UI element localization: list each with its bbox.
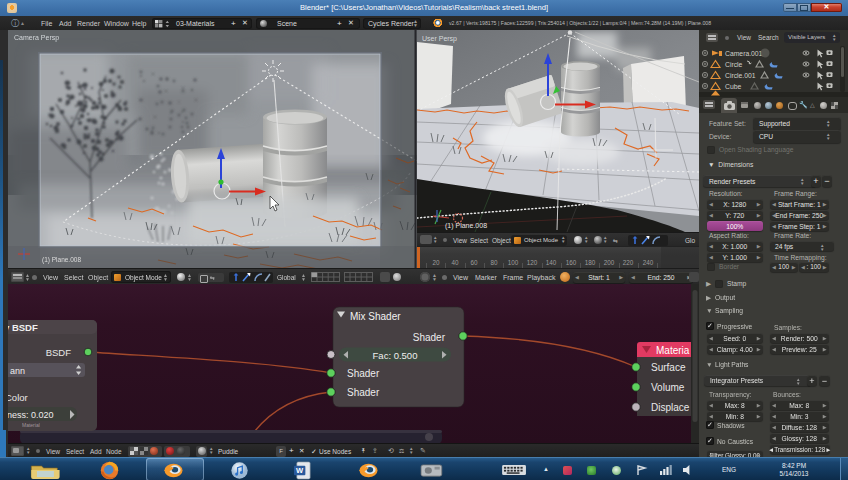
svg-text:20: 20 — [432, 259, 440, 266]
svg-text:180: 180 — [585, 259, 596, 266]
svg-text:(1) Plane.008: (1) Plane.008 — [42, 256, 81, 264]
svg-text:80: 80 — [490, 259, 498, 266]
svg-text:Shader: Shader — [413, 332, 446, 343]
svg-text:(1) Plane.008: (1) Plane.008 — [445, 222, 487, 230]
svg-text:Color: Color — [8, 392, 28, 403]
svg-text:ann: ann — [10, 366, 25, 376]
svg-text:Surface: Surface — [651, 362, 686, 373]
svg-text:Material: Material — [22, 422, 40, 428]
svg-text:Camera Persp: Camera Persp — [14, 34, 59, 42]
svg-text:Circle.001: Circle.001 — [725, 72, 756, 79]
svg-text:hness: 0.020: hness: 0.020 — [8, 410, 54, 420]
svg-text:140: 140 — [546, 259, 557, 266]
svg-text:Circle: Circle — [725, 61, 743, 68]
svg-text:Displace: Displace — [651, 402, 690, 413]
svg-text:W: W — [296, 466, 304, 475]
svg-text:Fac: 0.500: Fac: 0.500 — [373, 350, 418, 361]
svg-text:240: 240 — [643, 259, 654, 266]
svg-text:100: 100 — [508, 259, 519, 266]
svg-text:120: 120 — [527, 259, 538, 266]
svg-text:Cube: Cube — [725, 83, 741, 90]
svg-text:Mix Shader: Mix Shader — [350, 311, 401, 322]
svg-text:Volume: Volume — [651, 382, 685, 393]
svg-text:y BSDF: y BSDF — [8, 322, 38, 333]
svg-text:BSDF: BSDF — [46, 347, 72, 358]
svg-text:Materia: Materia — [656, 345, 690, 356]
svg-text:Camera.001: Camera.001 — [725, 50, 763, 57]
svg-text:40: 40 — [451, 259, 459, 266]
svg-text:200: 200 — [604, 259, 615, 266]
svg-text:60: 60 — [470, 259, 478, 266]
svg-text:Shader: Shader — [347, 368, 380, 379]
svg-text:160: 160 — [566, 259, 577, 266]
svg-text:220: 220 — [623, 259, 634, 266]
svg-text:User Persp: User Persp — [422, 35, 457, 43]
svg-text:Shader: Shader — [347, 387, 380, 398]
